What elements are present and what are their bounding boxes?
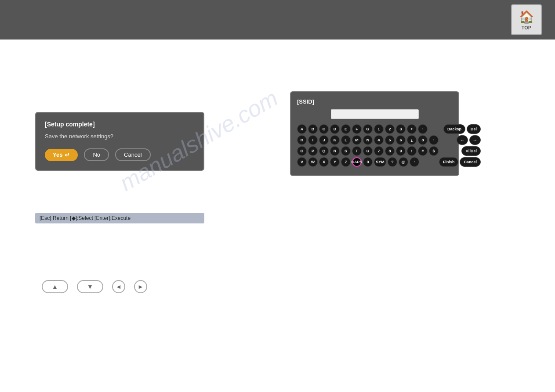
right-row-3: AllDel — [441, 146, 481, 156]
nav-up-button[interactable]: ▲ — [42, 280, 68, 293]
ssid-title: [SSID] — [297, 98, 452, 105]
key-P[interactable]: P — [308, 146, 318, 156]
key-W[interactable]: W — [308, 157, 318, 167]
key-X[interactable]: X — [319, 157, 329, 167]
keys-right: Backsp Del ← → AllDel Finish Cancel — [441, 124, 481, 168]
top-label: TOP — [522, 25, 531, 30]
nav-arrows: ▲ ▼ ◄ ► — [42, 280, 147, 293]
finish-key[interactable]: Finish — [439, 157, 459, 167]
setup-title: [Setup complete] — [45, 121, 195, 128]
key-G[interactable]: G — [363, 124, 373, 134]
house-icon: 🏠 — [519, 10, 534, 24]
key-8b[interactable]: 8 — [385, 146, 395, 156]
alldel-key[interactable]: AllDel — [461, 146, 481, 156]
header-bar: 🏠 TOP — [0, 0, 555, 40]
key-N[interactable]: N — [363, 135, 373, 145]
keyboard-area: A B C D E F G 1 2 3 + · H I J — [297, 124, 452, 168]
del-key[interactable]: Del — [467, 124, 481, 134]
key-5[interactable]: 5 — [385, 135, 395, 145]
key-K[interactable]: K — [330, 135, 340, 145]
key-dot1[interactable]: · — [418, 124, 428, 134]
yes-label: Yes — [53, 151, 62, 158]
key-7[interactable]: 7 — [374, 146, 384, 156]
key-S[interactable]: S — [341, 146, 351, 156]
key-2[interactable]: 2 — [385, 124, 395, 134]
key-B[interactable]: B — [308, 124, 318, 134]
top-logo[interactable]: 🏠 TOP — [511, 4, 542, 35]
key-row-1: A B C D E F G 1 2 3 + · — [297, 124, 439, 134]
key-I[interactable]: I — [308, 135, 318, 145]
setup-dialog: [Setup complete] Save the network settin… — [35, 112, 204, 171]
key-M[interactable]: M — [352, 135, 362, 145]
setup-buttons: Yes ↵ No Cancel — [45, 148, 195, 161]
backsp-key[interactable]: Backsp — [443, 124, 465, 134]
key-caps[interactable]: CAPS — [352, 157, 362, 167]
key-invq[interactable]: ¿ — [407, 135, 417, 145]
setup-message: Save the network settings? — [45, 133, 195, 140]
key-hash[interactable]: # — [418, 146, 428, 156]
key-L[interactable]: L — [341, 135, 351, 145]
key-dot3[interactable]: · — [410, 157, 419, 167]
key-F[interactable]: F — [352, 124, 362, 134]
key-8[interactable]: 8 — [418, 135, 428, 145]
key-U[interactable]: U — [363, 146, 373, 156]
key-question[interactable]: ? — [388, 157, 397, 167]
arrow-left-key[interactable]: ← — [457, 135, 468, 145]
key-T[interactable]: T — [352, 146, 362, 156]
yes-button[interactable]: Yes ↵ — [45, 149, 78, 161]
key-4[interactable]: 4 — [374, 135, 384, 145]
keys-main: A B C D E F G 1 2 3 + · H I J — [297, 124, 439, 168]
key-C[interactable]: C — [319, 124, 329, 134]
right-row-4: Finish Cancel — [441, 157, 481, 167]
key-sym[interactable]: SYM — [374, 157, 386, 167]
key-Y[interactable]: Y — [330, 157, 340, 167]
arrow-right-key[interactable]: → — [469, 135, 481, 145]
key-H[interactable]: H — [297, 135, 307, 145]
no-button[interactable]: No — [84, 148, 109, 161]
key-D[interactable]: D — [330, 124, 340, 134]
right-row-2: ← → — [441, 135, 481, 145]
key-E[interactable]: E — [341, 124, 351, 134]
ssid-dialog: [SSID] A B C D E F G 1 2 3 + — [290, 91, 459, 176]
key-plus[interactable]: + — [407, 124, 417, 134]
nav-right-button[interactable]: ► — [134, 280, 147, 293]
key-6[interactable]: 6 — [396, 135, 406, 145]
keyboard-cancel-key[interactable]: Cancel — [460, 157, 481, 167]
key-0[interactable]: 0 — [363, 157, 373, 167]
key-9[interactable]: 9 — [396, 146, 406, 156]
nav-down-button[interactable]: ▼ — [77, 280, 103, 293]
enter-icon: ↵ — [65, 151, 70, 158]
main-content: manualshive.com [Setup complete] Save th… — [0, 40, 555, 392]
key-at[interactable]: @ — [399, 157, 408, 167]
key-row-3: O P Q R S T U 7 8 9 ! # $ — [297, 146, 439, 156]
right-row-1: Backsp Del — [441, 124, 481, 134]
ssid-input-field[interactable] — [331, 109, 419, 119]
status-bar: [Esc]:Return [◆]:Select [Enter]:Execute — [35, 213, 204, 223]
key-O[interactable]: O — [297, 146, 307, 156]
key-excl[interactable]: ! — [407, 146, 417, 156]
key-1[interactable]: 1 — [374, 124, 384, 134]
key-J[interactable]: J — [319, 135, 329, 145]
key-Z[interactable]: Z — [341, 157, 351, 167]
key-row-2: H I J K L M N 4 5 6 ¿ 8 · — [297, 135, 439, 145]
ssid-input-row — [297, 109, 452, 119]
key-Q[interactable]: Q — [319, 146, 329, 156]
nav-left-button[interactable]: ◄ — [112, 280, 125, 293]
key-V[interactable]: V — [297, 157, 307, 167]
key-dollar[interactable]: $ — [429, 146, 439, 156]
cancel-button[interactable]: Cancel — [115, 148, 150, 161]
key-3[interactable]: 3 — [396, 124, 406, 134]
key-dot2[interactable]: · — [429, 135, 439, 145]
key-row-4: V W X Y Z CAPS 0 SYM ? @ · — [297, 157, 439, 167]
key-A[interactable]: A — [297, 124, 307, 134]
key-R[interactable]: R — [330, 146, 340, 156]
